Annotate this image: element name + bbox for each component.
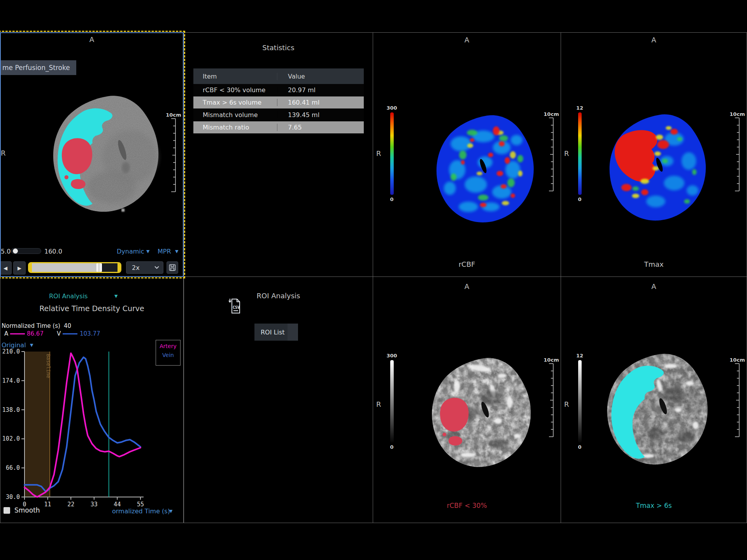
column-header-value: Value <box>277 73 364 80</box>
colorbar-min-label: 0 <box>383 444 400 450</box>
prev-arrow-icon: ◀ <box>4 265 7 271</box>
scale-label: 10cm <box>729 357 746 363</box>
window-level-thumb[interactable] <box>13 248 18 254</box>
orientation-label-anterior: A <box>561 36 747 44</box>
table-row[interactable]: Mismatch volume139.45 ml <box>193 109 364 121</box>
y-tick-label: 138.0 <box>2 406 20 413</box>
x-tick-label: 11 <box>44 501 51 508</box>
mpr-mode-dropdown[interactable]: MPR <box>158 248 171 255</box>
next-arrow-icon: ▶ <box>18 265 21 271</box>
smooth-label: Smooth <box>14 506 40 514</box>
ruler-ticks-icon <box>170 118 177 192</box>
scale-ruler: 10cm <box>165 112 182 194</box>
rcbf-threshold-panel[interactable]: A 300 0 R 10cm rCBF < 30% <box>373 276 561 523</box>
colorbar-max-label: 12 <box>571 353 588 359</box>
y-tick-label: 102.0 <box>2 435 20 442</box>
table-row[interactable]: rCBF < 30% volume20.97 ml <box>193 84 364 96</box>
roi-list-label: ROI List <box>261 329 284 336</box>
colorbar-min-label: 0 <box>383 196 400 202</box>
next-frame-button[interactable]: ▶ <box>13 261 26 275</box>
orientation-label-right: R <box>564 400 569 408</box>
ruler-ticks-icon <box>734 117 740 192</box>
xaxis-dropdown-arrow-icon[interactable]: ▼ <box>169 509 172 514</box>
x-tick-label: 44 <box>114 501 121 508</box>
stat-value-cell: 7.65 <box>277 124 364 131</box>
window-max-value: 160.0 <box>44 248 62 255</box>
xaxis-dropdown[interactable]: ormalized Time (s) <box>112 508 170 515</box>
stat-item-cell: Mismatch volume <box>193 111 277 119</box>
zoom-factor-select[interactable]: 2x <box>126 261 163 274</box>
zoom-factor-value: 2x <box>132 264 140 271</box>
stat-value-cell: 139.45 ml <box>277 111 364 119</box>
scale-ruler: 10cm <box>729 111 746 193</box>
stat-value-cell: 160.41 ml <box>277 99 364 106</box>
scale-label: 10cm <box>543 111 560 117</box>
scale-label: 10cm <box>165 112 182 118</box>
cine-scrub-slider[interactable] <box>28 262 121 273</box>
save-button[interactable] <box>167 261 178 274</box>
orientation-label-anterior: A <box>0 35 184 44</box>
colorbar-max-label: 12 <box>571 105 588 111</box>
orientation-label-right: R <box>564 149 569 158</box>
ruler-ticks-icon <box>548 117 554 192</box>
window-level-slider[interactable] <box>11 248 41 254</box>
stat-item-cell: Tmax > 6s volume <box>193 99 277 106</box>
colorbar-max-label: 300 <box>383 353 400 359</box>
column-header-item: Item <box>193 73 277 80</box>
statistics-table-header: Item Value <box>193 68 364 84</box>
tmax-map-label: Tmax <box>561 260 747 268</box>
tmax-threshold-label: Tmax > 6s <box>561 502 747 509</box>
save-floppy-icon <box>169 264 176 271</box>
table-row[interactable]: Mismatch ratio7.65 <box>193 121 364 134</box>
tmax-threshold-map-image[interactable] <box>598 349 721 471</box>
mpr-dropdown-arrow-icon[interactable]: ▼ <box>175 249 178 254</box>
colorbar-min-label: 0 <box>571 444 588 450</box>
orientation-label-right: R <box>376 149 381 158</box>
ruler-ticks-icon <box>734 363 740 438</box>
rcbf-map-panel[interactable]: A 300 0 R 10cm <box>373 32 561 277</box>
window-min-value: 5.0 <box>1 248 11 255</box>
dynamic-mode-dropdown[interactable]: Dynamic <box>117 248 144 255</box>
stat-item-cell: rCBF < 30% volume <box>193 86 277 94</box>
viewer-panel[interactable]: A me Perfusion_Stroke R 10cm 5.0 160.0 D… <box>0 32 184 277</box>
svg-text:CSV: CSV <box>233 305 240 310</box>
baseline-label: Baseline <box>46 354 51 378</box>
cine-thumb[interactable] <box>96 263 102 272</box>
roi-analysis-panel: ROI Analysis CSV ROI List <box>184 276 373 523</box>
orientation-label-anterior: A <box>373 36 561 44</box>
dynamic-dropdown-arrow-icon[interactable]: ▼ <box>146 249 149 254</box>
x-tick-label: 22 <box>67 501 74 508</box>
smooth-checkbox[interactable] <box>4 507 10 514</box>
ruler-ticks-icon <box>548 363 554 438</box>
orientation-label-right: R <box>1 149 6 157</box>
csv-export-icon: CSV <box>228 298 241 314</box>
csv-export-button[interactable]: CSV <box>228 298 242 315</box>
roi-list-button[interactable]: ROI List <box>254 324 298 341</box>
y-tick-label: 30.0 <box>6 494 20 500</box>
tmax-perfusion-map-image[interactable] <box>601 110 718 227</box>
orientation-label-anterior: A <box>561 282 747 290</box>
rcbf-threshold-map-image[interactable] <box>423 353 544 474</box>
ct-brain-image[interactable] <box>44 91 172 219</box>
table-row[interactable]: Tmax > 6s volume160.41 ml <box>193 96 364 109</box>
cine-range-end-handle[interactable] <box>117 263 120 272</box>
scale-label: 10cm <box>729 111 746 117</box>
rcbf-perfusion-map-image[interactable] <box>428 110 546 229</box>
rainbow-colorbar <box>390 112 394 195</box>
tmax-map-panel[interactable]: A 12 0 R 10cm Tmax <box>561 32 747 277</box>
x-tick-label: 55 <box>137 501 144 508</box>
statistics-panel: Statistics Item Value rCBF < 30% volume2… <box>184 32 373 277</box>
prev-frame-button[interactable]: ◀ <box>0 261 12 275</box>
statistics-table: Item Value rCBF < 30% volume20.97 mlTmax… <box>193 68 364 134</box>
gray-colorbar <box>390 360 394 443</box>
y-tick-label: 66.0 <box>6 464 20 471</box>
tmax-threshold-panel[interactable]: A 12 0 R 10cm Tmax > 6s <box>561 276 747 523</box>
cine-range-start-handle[interactable] <box>29 263 32 272</box>
statistics-title: Statistics <box>184 44 373 52</box>
colorbar-max-label: 300 <box>383 105 400 111</box>
rcbf-map-label: rCBF <box>373 260 561 268</box>
scale-ruler: 10cm <box>543 357 560 439</box>
tdc-chart[interactable]: Baseline210.0174.0138.0102.066.030.00112… <box>0 277 184 523</box>
roi-analysis-title: ROI Analysis <box>184 292 373 300</box>
chevron-down-icon <box>154 266 159 269</box>
